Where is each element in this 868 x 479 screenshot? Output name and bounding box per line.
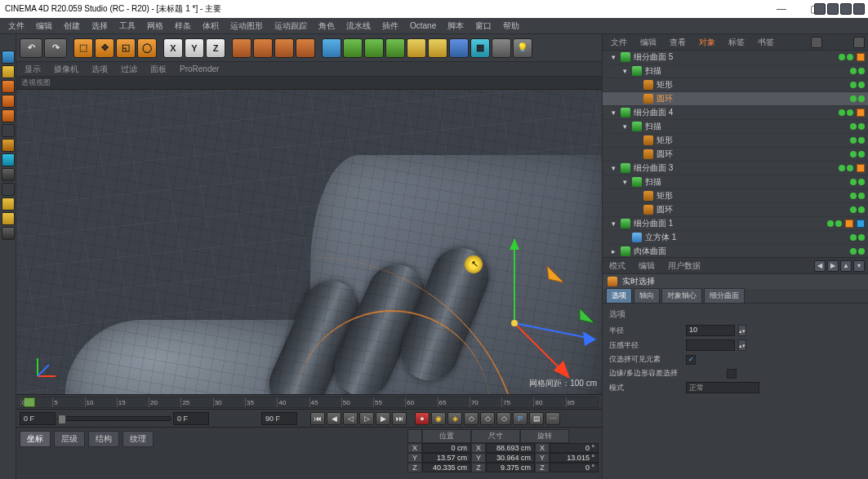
visibility-dot-icon[interactable]	[835, 220, 842, 227]
render-settings-button[interactable]	[296, 38, 315, 58]
expander-icon[interactable]: ▾	[609, 109, 617, 117]
visibility-dot-icon[interactable]	[850, 179, 857, 185]
visibility-dot-icon[interactable]	[850, 95, 857, 102]
add-generator-button[interactable]	[364, 38, 384, 58]
y-axis-button[interactable]: Y	[185, 38, 204, 58]
menu-character[interactable]: 角色	[314, 19, 340, 33]
step-back-button[interactable]: ◀	[327, 412, 341, 425]
object-label[interactable]: 圆环	[657, 204, 847, 215]
object-tree-row[interactable]: 圆环	[603, 148, 868, 162]
object-label[interactable]: 细分曲面 5	[634, 51, 835, 63]
goto-start-button[interactable]: ⏮	[310, 412, 325, 425]
play-back-button[interactable]: ◁	[343, 412, 358, 425]
vp-nav-3-icon[interactable]	[840, 3, 852, 15]
object-tag-icon[interactable]	[857, 164, 865, 172]
goto-end-button[interactable]: ⏭	[392, 412, 407, 425]
object-tree-row[interactable]: ▾细分曲面 1	[603, 217, 868, 231]
expander-icon[interactable]: ▾	[621, 178, 629, 186]
objmgr-filter-icon[interactable]	[853, 37, 865, 48]
visibility-dot-icon[interactable]	[850, 206, 857, 213]
object-label[interactable]: 细分曲面 4	[634, 107, 835, 118]
attr-tab-userdata[interactable]: 用户数据	[665, 259, 704, 273]
field-visible-checkbox[interactable]: ✓	[686, 355, 696, 365]
bottom-tab-texture[interactable]: 纹理	[122, 431, 154, 447]
object-tree-row[interactable]: ▾细分曲面 3	[603, 162, 868, 175]
vp-nav-2-icon[interactable]	[827, 3, 839, 15]
expander-icon[interactable]: ▾	[621, 67, 629, 75]
field-pressure-stepper[interactable]: ▴▾	[738, 339, 746, 351]
tool-polygon-icon[interactable]	[2, 153, 15, 166]
tool-axis-icon[interactable]	[2, 168, 15, 181]
visibility-dot-icon[interactable]	[850, 248, 857, 255]
visibility-dot-icon[interactable]	[858, 137, 865, 144]
object-tree-row[interactable]: 矩形	[603, 78, 868, 92]
bulb-icon[interactable]: 💡	[513, 38, 532, 58]
objmgr-tab-view[interactable]: 查看	[665, 35, 691, 50]
menu-pipeline[interactable]: 流水线	[341, 19, 376, 33]
content-browser-icon[interactable]	[492, 38, 511, 58]
bottom-tab-layers[interactable]: 层级	[54, 431, 85, 447]
object-tag-icon[interactable]	[845, 220, 853, 228]
object-tree-row[interactable]: ▾扫描	[603, 175, 868, 189]
menu-mesh[interactable]: 网格	[142, 19, 168, 33]
visibility-dot-icon[interactable]	[858, 248, 865, 255]
object-tree-row[interactable]: 矩形	[603, 189, 868, 203]
menu-help[interactable]: 帮助	[498, 19, 524, 33]
frame-start-field[interactable]: 0 F	[20, 412, 56, 425]
visibility-dot-icon[interactable]	[858, 123, 865, 130]
visibility-dot-icon[interactable]	[850, 151, 857, 157]
coord-size-field[interactable]: 88.693 cm	[486, 443, 535, 453]
bottom-tab-structure[interactable]: 结构	[88, 431, 119, 447]
visibility-dot-icon[interactable]	[839, 109, 845, 116]
snap-button[interactable]: ▦	[470, 38, 490, 58]
coord-pos-field[interactable]: 40.335 cm	[422, 463, 471, 472]
menu-plugins[interactable]: 插件	[377, 19, 403, 33]
attr-subtab-options[interactable]: 选项	[606, 288, 632, 304]
object-label[interactable]: 扫描	[645, 121, 847, 132]
object-label[interactable]: 矩形	[657, 190, 847, 202]
object-tag-icon[interactable]	[857, 53, 865, 61]
timeline-ruler[interactable]: 051015202530354045505560657075808590	[16, 394, 602, 409]
attr-subtab-objaxis[interactable]: 对象轴心	[661, 288, 702, 304]
expander-icon[interactable]: ▸	[609, 247, 617, 255]
vp-tab-panel[interactable]: 面板	[147, 64, 170, 75]
play-fwd-button[interactable]: ▷	[359, 412, 374, 425]
object-label[interactable]: 扫描	[645, 65, 847, 77]
visibility-dot-icon[interactable]	[850, 234, 857, 241]
attr-subtab-axis[interactable]: 轴向	[634, 288, 660, 304]
menu-spline[interactable]: 样条	[170, 19, 196, 33]
autokey-button[interactable]: ◉	[431, 412, 446, 425]
object-tree-row[interactable]: ▾扫描	[603, 64, 868, 78]
visibility-dot-icon[interactable]	[850, 123, 857, 130]
coord-size-field[interactable]: 30.964 cm	[486, 453, 535, 463]
visibility-dot-icon[interactable]	[839, 165, 845, 171]
coord-pos-field[interactable]: 0 cm	[422, 443, 471, 453]
tool-edge-icon[interactable]	[2, 139, 15, 152]
x-axis-button[interactable]: X	[163, 38, 183, 58]
menu-window[interactable]: 窗口	[470, 19, 496, 33]
objmgr-tab-file[interactable]: 文件	[606, 35, 632, 50]
live-select-button[interactable]: ⬚	[73, 38, 93, 58]
visibility-dot-icon[interactable]	[858, 82, 865, 88]
object-manager-tree[interactable]: ▾细分曲面 5▾扫描矩形圆环▾细分曲面 4▾扫描矩形圆环▾细分曲面 3▾扫描矩形…	[603, 51, 868, 258]
visibility-dot-icon[interactable]	[850, 68, 857, 74]
object-tree-row[interactable]: ▾扫描	[603, 120, 868, 134]
objmgr-search-icon[interactable]	[811, 37, 822, 48]
object-label[interactable]: 圆环	[657, 149, 847, 160]
object-label[interactable]: 圆环	[657, 93, 847, 104]
field-pressure-input[interactable]	[686, 339, 735, 351]
coord-rot-field[interactable]: 0 °	[550, 443, 599, 453]
objmgr-tab-bookmarks[interactable]: 书签	[753, 35, 779, 50]
attr-subtab-sds[interactable]: 细分曲面	[704, 288, 745, 304]
frame-end-field[interactable]: 90 F	[261, 412, 297, 425]
attr-nav-up-button[interactable]: ▲	[840, 260, 852, 272]
render-pv-button[interactable]	[274, 38, 294, 58]
vp-tab-cameras[interactable]: 摄像机	[51, 64, 82, 75]
range-slider[interactable]	[57, 416, 171, 421]
tool-texture-icon[interactable]	[2, 80, 15, 93]
visibility-dot-icon[interactable]	[858, 193, 865, 199]
visibility-dot-icon[interactable]	[858, 68, 865, 74]
menu-script[interactable]: 脚本	[443, 19, 469, 33]
bottom-tab-coords[interactable]: 坐标	[20, 431, 51, 447]
attr-nav-back-button[interactable]: ◀	[814, 260, 826, 272]
